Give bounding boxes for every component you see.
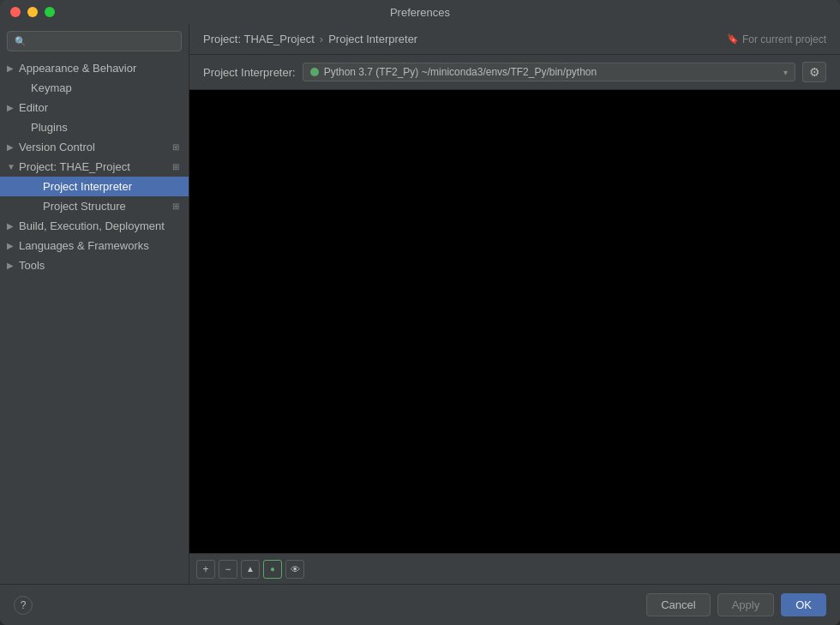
green-circle-button[interactable]: ● [263,560,282,579]
sidebar-item-keymap[interactable]: Keymap [0,78,189,98]
sidebar-item-editor[interactable]: ▶ Editor [0,98,189,117]
for-current-project-label: For current project [742,33,826,45]
sidebar-item-appearance[interactable]: ▶ Appearance & Behavior [0,58,189,78]
window-title: Preferences [390,6,450,19]
sidebar-item-label: Project Structure [43,200,170,213]
expand-arrow-icon: ▶ [7,142,19,152]
expand-arrow-icon: ▶ [7,241,19,250]
interpreter-select[interactable]: Python 3.7 (TF2_Py) ~/miniconda3/envs/TF… [303,63,795,81]
sidebar-item-tools[interactable]: ▶ Tools [0,255,189,275]
search-icon: 🔍 [15,36,27,47]
green-status-dot [310,68,319,76]
interpreter-value: Python 3.7 (TF2_Py) ~/miniconda3/envs/TF… [324,66,778,78]
sidebar-item-label: Project Interpreter [43,180,182,193]
sidebar-item-label: Editor [19,101,182,114]
minimize-button[interactable] [27,7,38,17]
packages-area [189,90,840,553]
breadcrumb: Project: THAE_Project › Project Interpre… [203,33,417,45]
interpreter-label: Project Interpreter: [203,66,296,79]
breadcrumb-project: Project: THAE_Project [203,33,315,45]
maximize-button[interactable] [45,7,55,17]
question-mark-icon: ? [21,599,27,611]
for-current-project: 🔖 For current project [727,33,826,45]
add-package-button[interactable]: + [196,560,215,579]
footer-right: Cancel Apply OK [646,593,826,616]
ok-label: OK [795,598,812,611]
sidebar-item-label: Build, Execution, Deployment [19,219,182,232]
sidebar: 🔍 ▶ Appearance & Behavior Keymap ▶ Edito… [0,24,189,584]
sidebar-item-label: Languages & Frameworks [19,239,182,252]
window-controls [10,7,55,17]
sidebar-item-version-control[interactable]: ▶ Version Control ⊞ [0,137,189,157]
gear-icon: ⚙ [809,65,820,79]
bookmark-icon: 🔖 [727,33,739,45]
chevron-down-icon: ▾ [783,68,788,77]
breadcrumb-arrow-icon: › [320,33,323,45]
ok-button[interactable]: OK [781,593,826,616]
repo-icon: ⊞ [170,201,182,213]
up-arrow-icon: ▲ [246,564,255,574]
remove-package-button[interactable]: − [219,560,237,579]
sidebar-item-languages[interactable]: ▶ Languages & Frameworks [0,236,189,255]
plus-icon: + [202,563,208,575]
expand-arrow-icon: ▶ [7,103,19,112]
search-box[interactable]: 🔍 [7,31,182,51]
footer-left: ? [14,596,33,615]
expand-arrow-icon: ▶ [7,261,19,270]
gear-button[interactable]: ⚙ [802,62,826,82]
apply-label: Apply [732,598,760,611]
sidebar-item-label: Plugins [31,121,182,134]
titlebar: Preferences [0,0,840,24]
cancel-button[interactable]: Cancel [646,593,710,616]
breadcrumb-current: Project Interpreter [328,33,417,45]
sidebar-item-project-interpreter[interactable]: Project Interpreter [0,177,189,196]
sidebar-item-label: Appearance & Behavior [19,62,182,75]
eye-button[interactable]: 👁 [285,560,304,579]
help-button[interactable]: ? [14,596,33,615]
search-input[interactable] [30,35,174,47]
up-button[interactable]: ▲ [241,560,260,579]
minus-icon: − [225,563,231,575]
repo-icon: ⊞ [170,141,182,153]
sidebar-item-project-structure[interactable]: Project Structure ⊞ [0,196,189,216]
footer: ? Cancel Apply OK [0,584,840,625]
expand-arrow-icon: ▶ [7,63,19,73]
bottom-toolbar: + − ▲ ● 👁 [189,553,840,584]
cancel-label: Cancel [661,598,695,611]
sidebar-item-build-execution[interactable]: ▶ Build, Execution, Deployment [0,216,189,236]
right-panel: Project: THAE_Project › Project Interpre… [189,24,840,584]
sidebar-item-project-thae[interactable]: ▼ Project: THAE_Project ⊞ [0,157,189,177]
preferences-window: Preferences 🔍 ▶ Appearance & Behavior Ke… [0,0,840,625]
interpreter-row: Project Interpreter: Python 3.7 (TF2_Py)… [189,55,840,90]
repo-icon: ⊞ [170,161,182,173]
expand-arrow-icon: ▶ [7,221,19,231]
panel-header: Project: THAE_Project › Project Interpre… [189,24,840,55]
eye-icon: 👁 [291,564,300,574]
apply-button[interactable]: Apply [717,593,775,616]
close-button[interactable] [10,7,21,17]
expand-arrow-icon: ▼ [7,162,19,171]
sidebar-item-label: Project: THAE_Project [19,160,170,173]
green-circle-icon: ● [270,564,275,574]
main-content: 🔍 ▶ Appearance & Behavior Keymap ▶ Edito… [0,24,840,584]
sidebar-item-plugins[interactable]: Plugins [0,117,189,137]
sidebar-item-label: Keymap [31,81,182,94]
sidebar-item-label: Version Control [19,141,170,153]
sidebar-item-label: Tools [19,259,182,272]
